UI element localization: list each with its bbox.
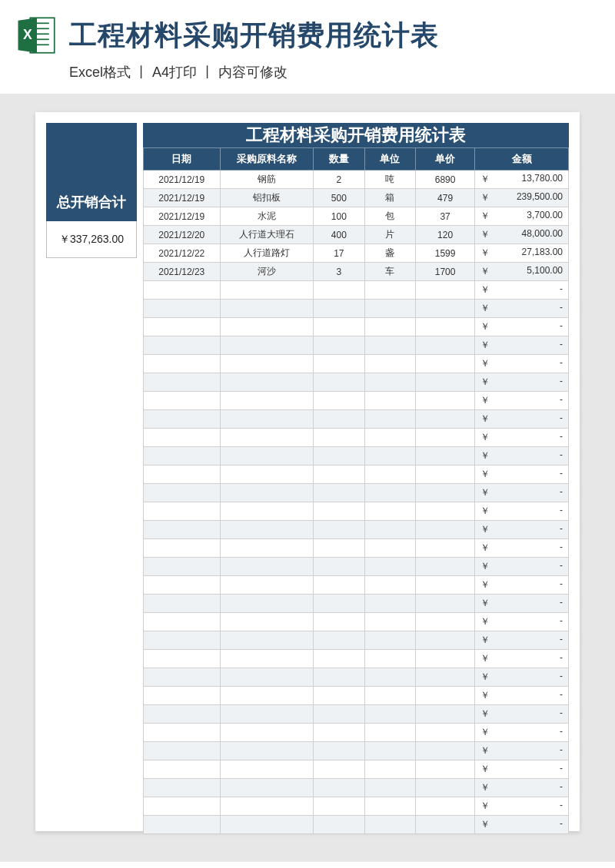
cell-date: 2021/12/22 xyxy=(144,244,221,263)
table-title: 工程材料采购开销费用统计表 xyxy=(143,123,569,147)
table-header-row: 日期 采购原料名称 数量 单位 单价 金额 xyxy=(144,148,569,171)
cell-price xyxy=(415,687,474,705)
total-value: ￥337,263.00 xyxy=(46,221,137,258)
table-row: ￥- xyxy=(144,631,569,650)
table-row: 2021/12/22人行道路灯17盏1599￥27,183.00 xyxy=(144,244,569,263)
cell-name xyxy=(220,705,314,724)
cell-qty xyxy=(314,539,364,558)
table-row: ￥- xyxy=(144,318,569,336)
cell-date xyxy=(144,595,221,613)
cell-qty: 400 xyxy=(314,226,364,244)
cell-qty: 500 xyxy=(314,189,364,207)
cell-amount: ￥- xyxy=(475,392,569,410)
cell-qty xyxy=(314,668,364,687)
cell-qty xyxy=(314,576,364,595)
cell-price xyxy=(415,705,474,724)
cell-date xyxy=(144,742,221,760)
cell-price xyxy=(415,300,474,318)
table-row: ￥- xyxy=(144,760,569,779)
cell-price xyxy=(415,613,474,631)
cell-date xyxy=(144,502,221,521)
cell-unit xyxy=(364,318,415,336)
cell-date xyxy=(144,484,221,502)
page-subtitle: Excel格式 丨 A4打印 丨 内容可修改 xyxy=(0,61,615,94)
cell-name xyxy=(220,447,314,465)
cell-date: 2021/12/20 xyxy=(144,226,221,244)
cell-price xyxy=(415,816,474,834)
cell-name xyxy=(220,336,314,355)
cell-amount: ￥- xyxy=(475,650,569,668)
cell-price xyxy=(415,742,474,760)
cell-qty xyxy=(314,760,364,779)
cell-date xyxy=(144,816,221,834)
cell-amount: ￥- xyxy=(475,760,569,779)
cell-price xyxy=(415,447,474,465)
cell-qty xyxy=(314,687,364,705)
table-row: 2021/12/19铝扣板500箱479￥239,500.00 xyxy=(144,189,569,207)
cell-date: 2021/12/19 xyxy=(144,207,221,226)
cell-unit xyxy=(364,502,415,521)
col-price: 单价 xyxy=(415,148,474,171)
cell-amount: ￥- xyxy=(475,336,569,355)
cell-name xyxy=(220,595,314,613)
cell-price xyxy=(415,410,474,429)
cell-amount: ￥- xyxy=(475,779,569,797)
cell-price xyxy=(415,502,474,521)
cell-unit xyxy=(364,613,415,631)
cell-qty xyxy=(314,447,364,465)
cell-unit xyxy=(364,410,415,429)
cell-unit xyxy=(364,429,415,447)
cell-amount: ￥3,700.00 xyxy=(475,207,569,226)
cell-qty xyxy=(314,724,364,742)
cell-price xyxy=(415,576,474,595)
table-row: ￥- xyxy=(144,429,569,447)
table-row: ￥- xyxy=(144,613,569,631)
cell-price: 6890 xyxy=(415,171,474,189)
table-row: ￥- xyxy=(144,558,569,576)
cell-price xyxy=(415,631,474,650)
cell-date xyxy=(144,373,221,392)
cell-unit xyxy=(364,816,415,834)
cell-amount: ￥- xyxy=(475,521,569,539)
cell-qty xyxy=(314,797,364,816)
cell-unit xyxy=(364,281,415,300)
table-row: ￥- xyxy=(144,300,569,318)
cell-date: 2021/12/23 xyxy=(144,263,221,281)
cell-qty xyxy=(314,558,364,576)
cell-name xyxy=(220,668,314,687)
page-title: 工程材料采购开销费用统计表 xyxy=(69,17,439,55)
cell-qty xyxy=(314,816,364,834)
cell-price xyxy=(415,465,474,484)
cell-price xyxy=(415,595,474,613)
col-name: 采购原料名称 xyxy=(220,148,314,171)
cell-qty xyxy=(314,613,364,631)
cell-date xyxy=(144,650,221,668)
cell-date xyxy=(144,613,221,631)
cell-unit xyxy=(364,373,415,392)
cell-price xyxy=(415,668,474,687)
cell-qty: 2 xyxy=(314,171,364,189)
cell-name xyxy=(220,429,314,447)
cell-amount: ￥- xyxy=(475,631,569,650)
table-row: ￥- xyxy=(144,705,569,724)
cell-unit: 车 xyxy=(364,263,415,281)
cell-qty xyxy=(314,465,364,484)
cell-qty xyxy=(314,742,364,760)
cell-name xyxy=(220,539,314,558)
cell-date xyxy=(144,429,221,447)
table-panel: 工程材料采购开销费用统计表 日期 采购原料名称 数量 单位 xyxy=(143,123,569,820)
cell-date xyxy=(144,668,221,687)
cell-unit xyxy=(364,687,415,705)
cell-date xyxy=(144,558,221,576)
cell-price: 1599 xyxy=(415,244,474,263)
cell-date xyxy=(144,281,221,300)
cell-amount: ￥48,000.00 xyxy=(475,226,569,244)
cell-price xyxy=(415,318,474,336)
cell-name: 河沙 xyxy=(220,263,314,281)
cell-price: 37 xyxy=(415,207,474,226)
cell-name xyxy=(220,760,314,779)
cell-price xyxy=(415,355,474,373)
cell-unit xyxy=(364,760,415,779)
col-amount: 金额 xyxy=(475,148,569,171)
table-row: ￥- xyxy=(144,410,569,429)
